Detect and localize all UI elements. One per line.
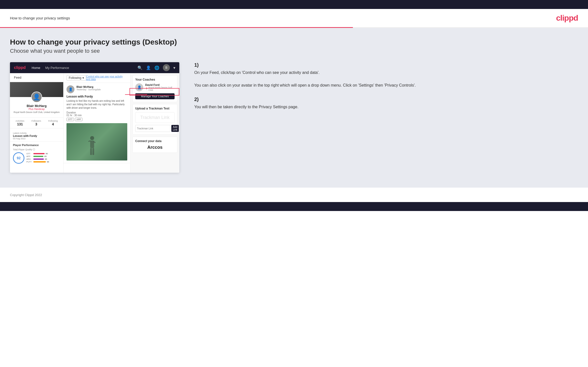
manage-coaches-button[interactable]: Manage Your Coaches [135,93,175,99]
feed-header: Following ▾ Control who can see your act… [64,73,130,83]
post-title: Lesson with Fordy [66,95,127,98]
app-sidebar: Feed Blair McHarg Plus Handicap Royal No… [10,73,64,173]
header: How to change your privacy settings clip… [0,9,588,27]
trackman-section: Upload a Trackman Test Trackman Link Add… [132,104,177,135]
nav-home[interactable]: Home [32,66,40,70]
control-privacy-link[interactable]: Control who can see your activity and da… [86,75,127,81]
bottom-bar [0,202,588,211]
trackman-placeholder: Trackman Link [135,112,175,123]
location-icon: 📍 [145,88,148,90]
app-mockup: clippd Home My Performance 🔍 👤 🌐 B ▾ Fee… [10,62,179,173]
coach-club: 📍 Royal North Devon Golf Club [145,86,175,91]
person-icon[interactable]: 👤 [146,65,151,70]
post-duration: Duration01 hr : 30 min [66,111,127,117]
profile-stats: Activities 131 Followers 3 Following 4 [10,117,63,128]
following-button[interactable]: Following ▾ [66,75,86,81]
header-title: How to change your privacy settings [10,16,70,20]
coaches-title: Your Coaches [135,78,175,81]
svg-point-0 [90,136,94,140]
feed-tab[interactable]: Feed [10,73,63,82]
instruction-1: 1) On your Feed, click/tap on 'Control w… [194,62,578,89]
stat-followers: Followers 3 [31,120,41,126]
post-description: Looking to feel like my hands are exitin… [66,99,127,110]
coach-name: David Ford [145,83,175,86]
app-navbar: clippd Home My Performance 🔍 👤 🌐 B ▾ [10,62,179,73]
post-image [66,123,127,160]
connect-section: Connect your data Arccos [132,137,177,153]
svg-rect-5 [92,148,94,155]
player-performance: Player Performance Total Player Quality … [10,141,63,166]
instructions: 1) On your Feed, click/tap on 'Control w… [189,62,578,118]
instruction-2: 2) You will then be taken directly to th… [194,97,578,110]
profile-avatar [31,92,42,103]
logo: clippd [556,13,578,23]
profile-name: Blair McHarg [12,104,61,108]
footer: Copyright Clippd 2022 [0,188,588,202]
nav-my-performance[interactable]: My Performance [45,66,69,70]
trackman-input[interactable] [135,125,170,132]
page-subheading: Choose what you want people to see [10,48,578,54]
nav-icons: 🔍 👤 🌐 B ▾ [137,64,175,71]
app-logo: clippd [14,65,26,70]
svg-rect-4 [90,148,92,155]
instruction-1-number: 1) [194,62,578,68]
instruction-2-number: 2) [194,97,578,102]
quality-bars: OTT 90 APP 85 ARG [26,153,60,163]
post-tags: OTT APP [66,118,127,121]
copyright: Copyright Clippd 2022 [10,193,42,197]
app-feed: Following ▾ Control who can see your act… [64,73,131,173]
stat-activities: Activities 131 [15,120,24,126]
connect-title: Connect your data [135,139,175,143]
feed-post: 👤 Blair McHarg Yesterday · Sunningdale L… [64,83,130,163]
globe-icon[interactable]: 🌐 [154,65,159,70]
post-username: Blair McHarg [76,85,101,88]
trackman-title: Upload a Trackman Test [135,107,175,110]
instruction-1-text: On your Feed, click/tap on 'Control who … [194,69,578,89]
coaches-section: Your Coaches 👤 David Ford 📍 Royal North … [132,75,177,102]
coach-avatar: 👤 [135,83,143,91]
main-content: How to change your privacy settings (Des… [0,28,588,188]
search-icon[interactable]: 🔍 [137,65,142,70]
top-bar [0,0,588,9]
stat-following: Following 4 [48,120,58,126]
chevron-down-icon[interactable]: ▾ [173,65,175,70]
instruction-2-text: You will then be taken directly to the P… [194,104,578,110]
profile-club: Royal North Devon Golf Club, United King… [12,111,61,113]
quality-score: 92 [13,152,24,164]
chevron-icon: ▾ [82,76,84,80]
arccos-label: Arccos [135,145,175,150]
add-link-button[interactable]: Add Link [171,125,179,132]
post-avatar: 👤 [66,85,74,93]
app-right-panel: Your Coaches 👤 David Ford 📍 Royal North … [131,73,179,173]
user-avatar[interactable]: B [163,64,170,71]
page-heading: How to change your privacy settings (Des… [10,38,578,46]
coach-row: 👤 David Ford 📍 Royal North Devon Golf Cl… [135,83,175,91]
profile-handicap: Plus Handicap [12,108,61,110]
profile-banner [10,82,63,97]
post-meta: Yesterday · Sunningdale [76,88,101,91]
content-layout: clippd Home My Performance 🔍 👤 🌐 B ▾ Fee… [10,62,578,173]
app-body: Feed Blair McHarg Plus Handicap Royal No… [10,73,179,173]
latest-activity: Latest Activity Lesson with Fordy 03 Aug… [10,130,63,141]
